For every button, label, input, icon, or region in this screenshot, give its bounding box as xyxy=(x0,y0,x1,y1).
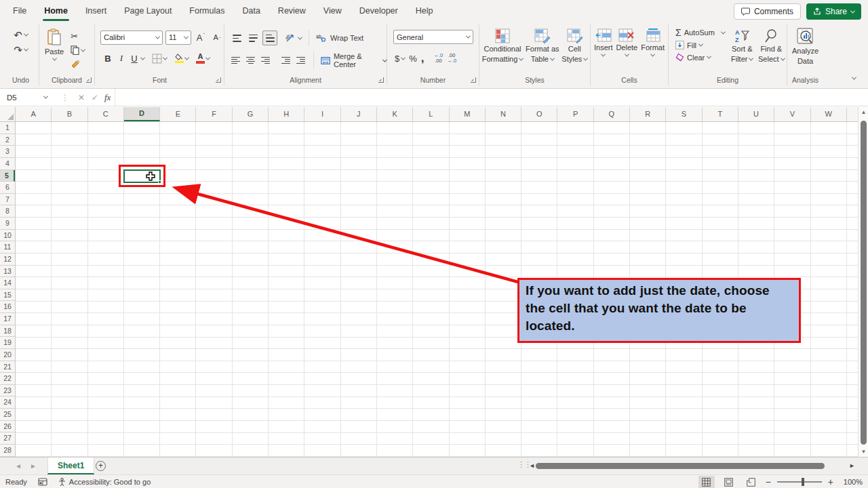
delete-chevron-icon[interactable] xyxy=(625,52,629,57)
font-color-button[interactable]: A xyxy=(196,51,205,66)
menu-tab-developer[interactable]: Developer xyxy=(351,0,407,22)
underline-button[interactable]: U xyxy=(129,51,140,66)
font-family-combo[interactable]: Calibri xyxy=(100,30,163,45)
italic-button[interactable]: I xyxy=(115,51,127,66)
zoom-slider[interactable] xyxy=(777,481,822,483)
column-header-f[interactable]: F xyxy=(196,107,232,121)
enter-button[interactable]: ✓ xyxy=(88,93,102,102)
row-header-8[interactable]: 8 xyxy=(0,205,15,218)
middle-align-button[interactable] xyxy=(246,30,260,45)
top-align-button[interactable] xyxy=(230,30,243,45)
menu-tab-review[interactable]: Review xyxy=(269,0,315,22)
row-header-21[interactable]: 21 xyxy=(0,361,15,373)
decrease-indent-button[interactable] xyxy=(279,53,292,68)
paste-chevron-icon[interactable] xyxy=(52,56,57,61)
format-chevron-icon[interactable] xyxy=(650,52,655,57)
format-as-table-button[interactable]: Format as Table xyxy=(526,28,559,64)
undo-button[interactable]: ↶ xyxy=(14,30,28,40)
insert-chevron-icon[interactable] xyxy=(601,52,606,57)
column-header-h[interactable]: H xyxy=(269,107,304,121)
menu-tab-view[interactable]: View xyxy=(315,0,351,22)
row-header-4[interactable]: 4 xyxy=(0,158,15,170)
column-header-q[interactable]: Q xyxy=(594,107,630,121)
decrease-decimal-button[interactable]: .00→.0 xyxy=(447,53,456,64)
column-header-b[interactable]: B xyxy=(52,107,87,121)
find-select-button[interactable]: Find & Select xyxy=(758,28,785,64)
row-header-23[interactable]: 23 xyxy=(0,385,15,397)
format-painter-button[interactable] xyxy=(71,59,85,68)
column-header-l[interactable]: L xyxy=(413,107,449,121)
font-color-chevron-icon[interactable] xyxy=(205,55,210,60)
menu-tab-help[interactable]: Help xyxy=(407,0,442,22)
row-header-2[interactable]: 2 xyxy=(0,134,15,146)
shrink-font-button[interactable]: Aˇ xyxy=(210,30,224,45)
fill-button[interactable]: Fill xyxy=(675,41,725,49)
row-header-12[interactable]: 12 xyxy=(0,253,15,266)
column-header-a[interactable]: A xyxy=(16,107,52,121)
alignment-dialog-launcher[interactable] xyxy=(378,77,384,83)
vertical-scroll-thumb[interactable] xyxy=(861,121,867,445)
formula-bar-splitter[interactable]: ⋮ xyxy=(61,93,69,102)
accessibility-status[interactable]: Accessibility: Good to go xyxy=(58,478,151,486)
column-header-p[interactable]: P xyxy=(557,107,593,121)
row-header-24[interactable]: 24 xyxy=(0,396,15,409)
row-header-17[interactable]: 17 xyxy=(0,313,15,325)
row-header-13[interactable]: 13 xyxy=(0,266,15,278)
cell-styles-button[interactable]: Cell Styles xyxy=(561,28,587,64)
sheet-nav-right-icon[interactable]: ► xyxy=(30,458,37,474)
hscroll-right-icon[interactable]: ► xyxy=(849,458,855,474)
name-box-chevron-icon[interactable] xyxy=(43,94,48,99)
column-header-i[interactable]: I xyxy=(304,107,340,121)
fill-color-chevron-icon[interactable] xyxy=(184,55,189,60)
row-header-9[interactable]: 9 xyxy=(0,218,15,230)
column-header-j[interactable]: J xyxy=(341,107,377,121)
scroll-down-icon[interactable]: ▼ xyxy=(859,449,868,455)
new-sheet-button[interactable]: + xyxy=(96,461,106,471)
format-cells-button[interactable]: Format xyxy=(641,28,665,57)
align-center-button[interactable] xyxy=(245,53,257,68)
row-header-18[interactable]: 18 xyxy=(0,325,15,338)
menu-tab-page-layout[interactable]: Page Layout xyxy=(115,0,180,22)
column-header-t[interactable]: T xyxy=(703,107,738,121)
hscroll-left-icon[interactable]: ◄ xyxy=(529,458,535,474)
column-header-d[interactable]: D xyxy=(124,107,160,121)
clear-button[interactable]: Clear xyxy=(675,53,725,62)
menu-tab-file[interactable]: File xyxy=(4,0,35,22)
zoom-out-button[interactable]: − xyxy=(766,476,771,487)
align-left-button[interactable] xyxy=(230,53,242,68)
row-header-25[interactable]: 25 xyxy=(0,409,15,421)
column-header-s[interactable]: S xyxy=(666,107,702,121)
scroll-up-icon[interactable]: ▲ xyxy=(859,109,868,115)
column-header-o[interactable]: O xyxy=(521,107,557,121)
borders-button[interactable] xyxy=(152,51,162,66)
vertical-scrollbar[interactable]: ▲ ▼ xyxy=(858,107,868,457)
underline-chevron-icon[interactable] xyxy=(140,55,145,60)
redo-button[interactable]: ↷ xyxy=(14,45,28,55)
delete-cells-button[interactable]: Delete xyxy=(616,28,637,57)
row-header-26[interactable]: 26 xyxy=(0,421,15,433)
row-header-7[interactable]: 7 xyxy=(0,194,15,206)
clear-chevron-icon[interactable] xyxy=(707,54,711,59)
number-format-combo[interactable]: General xyxy=(393,30,473,44)
font-dialog-launcher[interactable] xyxy=(216,77,221,83)
row-header-5[interactable]: 5 xyxy=(0,170,15,182)
accounting-format-button[interactable]: $ xyxy=(395,54,405,64)
row-header-14[interactable]: 14 xyxy=(0,277,15,289)
currency-chevron-icon[interactable] xyxy=(401,55,406,60)
horizontal-scroll-thumb[interactable] xyxy=(536,463,825,469)
insert-cells-button[interactable]: Insert xyxy=(594,28,613,57)
column-header-g[interactable]: G xyxy=(233,107,269,121)
row-header-22[interactable]: 22 xyxy=(0,373,15,385)
bold-button[interactable]: B xyxy=(102,51,114,66)
collapse-ribbon-chevron-icon[interactable] xyxy=(852,75,856,80)
row-header-28[interactable]: 28 xyxy=(0,445,15,457)
fill-chevron-icon[interactable] xyxy=(698,42,703,47)
align-right-button[interactable] xyxy=(260,53,272,68)
column-header-r[interactable]: R xyxy=(630,107,666,121)
menu-tab-insert[interactable]: Insert xyxy=(77,0,115,22)
name-box[interactable]: D5 xyxy=(0,89,54,106)
autosum-chevron-icon[interactable] xyxy=(721,29,726,34)
wrap-text-button[interactable]: ab Wrap Text xyxy=(316,34,363,43)
bottom-align-button[interactable] xyxy=(262,30,277,45)
analyze-data-button[interactable]: Analyze Data xyxy=(787,24,823,66)
